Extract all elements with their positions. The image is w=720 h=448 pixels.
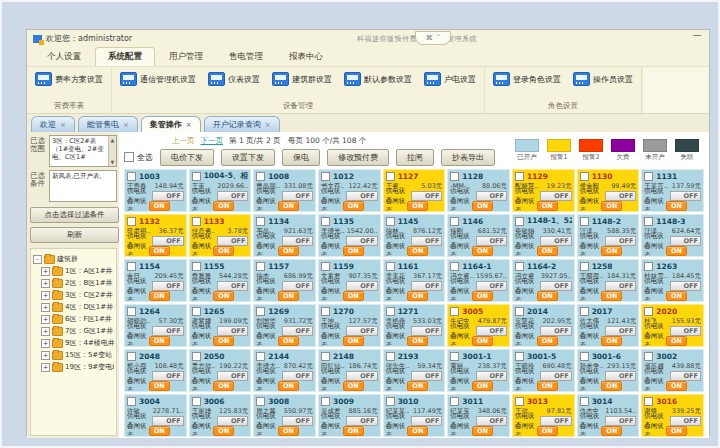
doc-tab-0[interactable]: 欢迎× [31, 116, 75, 132]
card-checkbox[interactable] [256, 307, 265, 316]
expand-icon[interactable]: + [41, 363, 50, 372]
switch-status-value[interactable]: ON [407, 291, 428, 301]
meter-card[interactable]: 1145徐林..876.12元供电状态OFF合闸状态ON [383, 214, 446, 257]
menu-item-0[interactable]: 个人设置 [35, 48, 93, 66]
ribbon-button-1-0[interactable]: 通信管理机设置 [118, 70, 198, 88]
card-checkbox[interactable] [515, 217, 524, 226]
minimize-icon[interactable]: — [691, 32, 703, 41]
doc-tab-2[interactable]: 集管操作× [141, 116, 201, 132]
doc-tab-1[interactable]: 能管售电× [78, 116, 138, 132]
menu-item-2[interactable]: 用户管理 [157, 48, 215, 66]
meter-card[interactable]: 3013王欣..97.81元供电状态OFF合闸状态ON [512, 394, 575, 437]
meter-card[interactable]: 1148-2汪泽..588.35元供电状态OFF合闸状态ON [577, 214, 640, 257]
card-checkbox[interactable] [386, 262, 395, 271]
meter-card[interactable]: 3001-6孙米争..293.15元供电状态OFF合闸状态ON [577, 349, 640, 392]
meter-card[interactable]: 1008曹晶朋..331.08元供电状态OFF合闸状态ON [253, 169, 316, 212]
expand-icon[interactable]: + [41, 303, 50, 312]
next-page-link[interactable]: 下一页 [201, 136, 224, 146]
switch-status-value[interactable]: ON [601, 291, 622, 301]
switch-status-value[interactable]: ON [472, 246, 493, 256]
switch-status-value[interactable]: ON [601, 336, 622, 346]
meter-card[interactable]: 1146徐刚681.52元供电状态OFF合闸状态ON [447, 214, 510, 257]
tree-node-6[interactable]: +9区：4#楼电井（4#楼 [33, 338, 114, 348]
card-checkbox[interactable] [580, 217, 589, 226]
meter-card[interactable]: 3011纪某英348.06元供电状态OFF合闸状态ON [447, 394, 510, 437]
meter-card[interactable]: 1157徐杰686.99元供电状态OFF合闸状态ON [253, 259, 316, 302]
ribbon-button-2-1[interactable]: 操作员设置 [571, 70, 635, 88]
card-checkbox[interactable] [450, 352, 459, 361]
meter-card[interactable]: 1265谢紫娜199.09元供电状态OFF合闸状态ON [189, 304, 252, 347]
card-checkbox[interactable] [256, 352, 265, 361]
choose-filter-button[interactable]: 点击选择过滤条件 [30, 207, 119, 223]
card-checkbox[interactable] [580, 262, 589, 271]
switch-status-value[interactable]: ON [537, 246, 558, 256]
ribbon-collapse-control[interactable]: ⌘ ˅ [415, 31, 451, 45]
switch-status-value[interactable]: ON [601, 381, 622, 391]
switch-status-value[interactable]: ON [666, 291, 687, 301]
meter-card[interactable]: 1135李瑾光..1542.00..供电状态OFF合闸状态ON [318, 214, 381, 257]
expand-icon[interactable]: + [41, 267, 50, 276]
card-checkbox[interactable] [127, 262, 136, 271]
switch-status-value[interactable]: ON [213, 246, 234, 256]
switch-status-value[interactable]: ON [149, 336, 170, 346]
switch-status-value[interactable]: ON [149, 246, 170, 256]
meter-card[interactable]: 1258王顺霞..184.31元供电状态OFF合闸状态ON [577, 259, 640, 302]
quick-access-icon[interactable]: ⌘ [426, 34, 433, 42]
meter-card[interactable]: 1154金日209.45元供电状态OFF合闸状态ON [124, 259, 187, 302]
card-checkbox[interactable] [386, 217, 395, 226]
meter-card[interactable]: 2048郑小霞108.48元供电状态OFF合闸状态ON [124, 349, 187, 392]
meter-card[interactable]: 1271李艳燕533.03元供电状态OFF合闸状态ON [383, 304, 446, 347]
card-checkbox[interactable] [386, 172, 395, 181]
tree-node-4[interactable]: +6区：F区1#井（F区1# [33, 314, 114, 324]
tree-node-8[interactable]: +19区：9#变电站（2# [33, 362, 114, 372]
close-icon[interactable]: × [186, 121, 192, 129]
card-checkbox[interactable] [321, 262, 330, 271]
meter-card[interactable]: 3002省苏越439.88元供电状态OFF合闸状态ON [641, 349, 704, 392]
meter-card[interactable]: 2017佐大伟121.43元供电状态OFF合闸状态ON [577, 304, 640, 347]
meter-card[interactable]: 3006王家雄125.83元供电状态OFF合闸状态ON [189, 394, 252, 437]
tree-node-3[interactable]: +4区：D区1#井（D区1 [33, 302, 114, 312]
card-checkbox[interactable] [127, 172, 136, 181]
meter-card[interactable]: 1129配娅慧..19.23元供电状态OFF合闸状态ON [512, 169, 575, 212]
card-checkbox[interactable] [256, 262, 265, 271]
card-checkbox[interactable] [450, 307, 459, 316]
switch-status-value[interactable]: ON [343, 336, 364, 346]
card-checkbox[interactable] [450, 262, 459, 271]
switch-status-value[interactable]: ON [472, 426, 493, 436]
meter-card[interactable]: 1164-2冯立睿3927.05..供电状态OFF合闸状态ON [512, 259, 575, 302]
card-checkbox[interactable] [127, 352, 136, 361]
meter-card[interactable]: 1130侯金毅99.49元供电状态OFF合闸状态ON [577, 169, 640, 212]
card-checkbox[interactable] [644, 352, 653, 361]
checkbox-icon[interactable] [124, 152, 134, 162]
card-checkbox[interactable] [127, 307, 136, 316]
meter-card[interactable]: 3016谢锋339.25元供电状态OFF合闸状态ON [641, 394, 704, 437]
card-checkbox[interactable] [192, 217, 201, 226]
expand-icon[interactable]: + [41, 279, 50, 288]
card-checkbox[interactable] [644, 172, 653, 181]
meter-card[interactable]: 1269刘国华931.72元供电状态OFF合闸状态ON [253, 304, 316, 347]
switch-status-value[interactable]: ON [213, 426, 234, 436]
switch-status-value[interactable]: ON [407, 336, 428, 346]
meter-card[interactable]: 3005牛记中479.87元供电状态OFF合闸状态ON [447, 304, 510, 347]
selected-condition-box[interactable]: 新风表,已开户表, [49, 170, 117, 202]
meter-card[interactable]: 1263桂妹雪..184.45元供电状态OFF合闸状态ON [641, 259, 704, 302]
switch-status-value[interactable]: ON [666, 336, 687, 346]
card-checkbox[interactable] [321, 217, 330, 226]
card-checkbox[interactable] [644, 217, 653, 226]
card-checkbox[interactable] [192, 352, 201, 361]
refresh-button[interactable]: 刷新 [30, 227, 119, 243]
switch-status-value[interactable]: ON [537, 381, 558, 391]
tree-node-7[interactable]: +15区：5#变站（5#变 [33, 350, 114, 360]
switch-status-value[interactable]: ON [537, 201, 558, 211]
card-checkbox[interactable] [127, 397, 136, 406]
switch-status-value[interactable]: ON [343, 381, 364, 391]
card-checkbox[interactable] [580, 352, 589, 361]
close-icon[interactable]: × [123, 121, 129, 129]
switch-status-value[interactable]: ON [537, 426, 558, 436]
meter-card[interactable]: 1004-5、相一王英2029.66..供电状态OFF合闸状态ON [189, 169, 252, 212]
card-checkbox[interactable] [386, 397, 395, 406]
meter-card[interactable]: 1134韦晶..921.63元供电状态OFF合闸状态ON [253, 214, 316, 257]
card-checkbox[interactable] [580, 172, 589, 181]
meter-card[interactable]: 1131王某言..137.59元供电状态OFF合闸状态ON [641, 169, 704, 212]
toolbar-button-3[interactable]: 修改预付费 [327, 149, 389, 166]
